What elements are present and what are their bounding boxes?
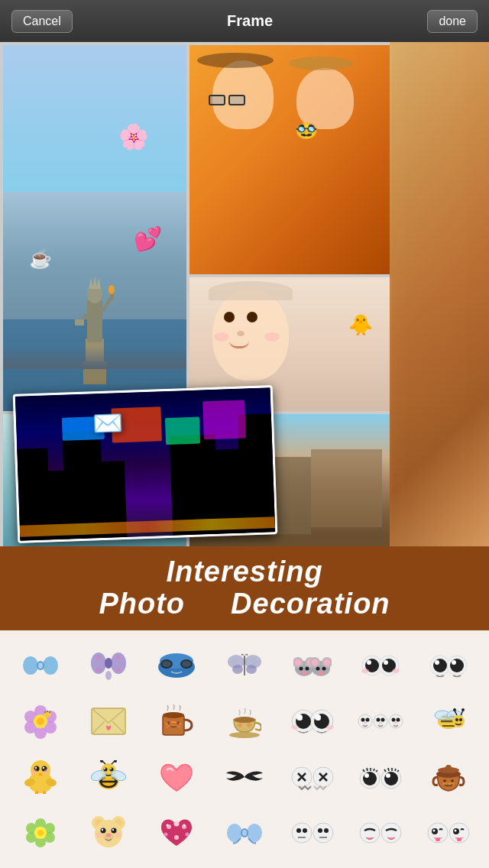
svg-point-23 [105,671,112,680]
svg-point-32 [232,665,243,674]
sticker-coffee-mug[interactable] [151,698,202,745]
svg-point-55 [367,660,371,665]
svg-point-206 [164,833,168,837]
photo-girls[interactable]: 🥸 [189,45,392,274]
svg-point-218 [324,828,329,833]
sticker-bow-fancy[interactable] [83,642,134,689]
svg-point-127 [35,767,37,769]
svg-point-49 [302,672,306,675]
info-section: Interesting Photo Decoration [0,546,489,630]
svg-point-197 [102,829,103,831]
sticker-heart[interactable]: 💕 [134,225,162,252]
svg-point-85 [234,717,255,723]
sticker-mustache-1[interactable] [219,753,270,801]
right-panel-blurred [390,42,489,546]
stickers-panel: to go [0,630,489,868]
svg-point-47 [316,666,319,670]
sticker-flower[interactable]: 🌸 [118,122,149,151]
sticker-mask[interactable] [151,642,202,689]
svg-point-178 [445,765,452,771]
phone-frame: Cancel Frame done [0,0,489,868]
svg-point-97 [326,725,334,730]
sticker-flower-yellow[interactable] [423,698,474,745]
sticker-flower-small[interactable] [15,809,66,857]
sticker-multi-face[interactable] [355,698,406,745]
svg-point-101 [361,717,364,721]
svg-point-120 [453,708,456,711]
sticker-teacup[interactable] [219,698,270,745]
svg-point-96 [291,725,299,730]
svg-point-12 [23,656,38,675]
city-night-overlay: ✉️ [13,385,278,543]
sticker-x-face[interactable] [287,753,338,801]
svg-point-45 [299,666,303,670]
page-title: Frame [227,12,273,30]
cancel-button[interactable]: Cancel [11,10,73,33]
svg-point-165 [386,773,390,778]
done-button[interactable]: done [427,10,478,33]
sticker-heart-gems[interactable] [151,809,202,857]
svg-point-57 [361,669,369,673]
sticker-bow-blue[interactable] [15,642,66,689]
svg-rect-11 [75,319,84,326]
svg-point-82 [167,721,170,724]
svg-point-105 [391,717,395,721]
sticker-bear[interactable] [83,809,134,857]
sticker-coffee[interactable]: ☕ [29,248,52,270]
svg-point-19 [96,655,101,659]
sticker-chick-yellow[interactable] [15,753,66,801]
sticker-pot[interactable]: to go [423,753,474,801]
svg-line-174 [395,769,396,771]
sticker-lashes-face[interactable] [355,753,406,801]
svg-point-230 [457,838,461,841]
svg-point-201 [96,832,102,838]
sticker-heart-pink[interactable] [151,753,202,801]
svg-point-63 [435,660,439,665]
sticker-face-4[interactable] [423,809,474,857]
sticker-bow-blue-2[interactable] [219,809,270,857]
svg-point-33 [246,665,257,674]
sticker-butterfly[interactable] [219,642,270,689]
svg-point-151 [114,760,117,763]
svg-point-108 [379,721,382,724]
svg-line-167 [367,768,368,771]
sticker-bee[interactable] [83,753,134,801]
sticker-face-2[interactable] [423,642,474,689]
svg-point-195 [101,828,106,834]
svg-line-169 [374,769,374,771]
svg-point-102 [365,717,369,721]
svg-point-162 [363,772,377,785]
svg-point-44 [324,659,330,666]
svg-point-83 [176,721,180,724]
svg-point-86 [238,723,242,727]
svg-point-163 [384,772,398,785]
svg-point-200 [106,834,111,837]
sticker-face-1[interactable] [355,642,406,689]
svg-point-64 [452,660,456,665]
svg-point-62 [450,659,464,672]
svg-point-109 [394,721,397,724]
svg-marker-4 [89,277,93,289]
sticker-chick[interactable]: 🐥 [348,313,373,337]
svg-point-18 [105,658,112,669]
svg-point-207 [186,833,189,837]
svg-point-61 [433,659,447,672]
sticker-mice[interactable] [287,642,338,689]
svg-point-221 [360,823,380,843]
info-subtitle: Photo Decoration [99,588,390,620]
svg-point-42 [312,659,318,666]
sticker-face-empty[interactable] [287,809,338,857]
svg-point-103 [376,717,380,721]
sticker-envelope[interactable] [83,698,134,745]
svg-point-29 [182,661,191,667]
sticker-round-face-1[interactable] [287,698,338,745]
svg-point-181 [451,779,454,782]
sticker-flower-purple[interactable] [15,698,66,745]
svg-point-228 [454,830,456,832]
svg-point-128 [43,767,44,769]
svg-point-122 [461,708,465,711]
collage-area[interactable]: 🥸 [0,42,489,546]
sticker-face-3[interactable] [355,809,406,857]
svg-point-139 [44,769,50,775]
svg-point-214 [313,823,333,843]
